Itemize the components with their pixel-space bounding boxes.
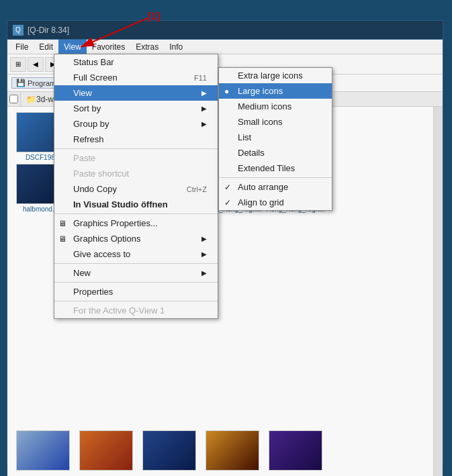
submenu-auto-arrange[interactable]: ✓ Auto arrange bbox=[219, 179, 332, 195]
graphics-options-icon: 🖥 bbox=[58, 234, 66, 244]
thumb-bottom-2[interactable] bbox=[76, 430, 136, 471]
auto-arrange-check: ✓ bbox=[224, 183, 231, 192]
thumb-img-bottom-1 bbox=[16, 430, 70, 471]
large-check: ● bbox=[224, 87, 229, 96]
select-all-checkbox[interactable] bbox=[9, 95, 18, 103]
menu-bar: File Edit View Favorites Extras Info bbox=[7, 40, 443, 54]
menu-paste: Paste bbox=[54, 150, 218, 166]
menu-view-submenu[interactable]: View ▶ bbox=[54, 85, 218, 101]
menu-graphics-options[interactable]: 🖥 Graphics Options ▶ bbox=[54, 231, 218, 246]
checkbox-col bbox=[7, 92, 21, 106]
give-access-arrow: ▶ bbox=[201, 250, 207, 258]
menu-group-by[interactable]: Group by ▶ bbox=[54, 116, 218, 132]
menu-active-qview: For the Active Q-View 1 bbox=[54, 303, 218, 318]
submenu-extra-large[interactable]: Extra large icons bbox=[219, 68, 332, 83]
submenu-large[interactable]: ● Large icons bbox=[219, 83, 332, 99]
toolbar-grid-btn[interactable]: ⊞ bbox=[10, 57, 26, 72]
sep-5 bbox=[54, 301, 218, 301]
view-submenu: Extra large icons ● Large icons Medium i… bbox=[218, 67, 332, 211]
view-menu-dropdown: Status Bar Full Screen F11 View ▶ Sort b… bbox=[54, 54, 218, 319]
annotation-1: [1] bbox=[148, 10, 160, 21]
sep-4 bbox=[54, 282, 218, 283]
menu-info[interactable]: Info bbox=[164, 40, 188, 54]
thumb-bottom-3[interactable] bbox=[139, 430, 199, 471]
menu-graphics-properties[interactable]: 🖥 Graphics Properties... bbox=[54, 216, 218, 231]
menu-status-bar[interactable]: Status Bar bbox=[54, 54, 218, 70]
thumb-row-bottom bbox=[7, 428, 331, 471]
group-arrow: ▶ bbox=[201, 120, 207, 128]
sep-1 bbox=[54, 148, 218, 149]
thumb-bottom-1[interactable] bbox=[13, 430, 73, 471]
menu-properties[interactable]: Properties bbox=[54, 284, 218, 299]
window-title: [Q-Dir 8.34] bbox=[28, 26, 69, 35]
app-icon: Q bbox=[13, 25, 24, 36]
thumb-img-bottom-4 bbox=[206, 430, 259, 471]
thumb-img-bottom-3 bbox=[142, 430, 196, 471]
menu-full-screen[interactable]: Full Screen F11 bbox=[54, 70, 218, 85]
thumb-img-bottom-5 bbox=[269, 430, 322, 471]
menu-undo-copy[interactable]: Undo Copy Ctrl+Z bbox=[54, 181, 218, 197]
menu-give-access[interactable]: Give access to ▶ bbox=[54, 246, 218, 262]
menu-extras[interactable]: Extras bbox=[130, 40, 164, 54]
sort-arrow: ▶ bbox=[201, 105, 207, 112]
menu-view[interactable]: View bbox=[58, 40, 87, 54]
submenu-details[interactable]: Details bbox=[219, 145, 332, 160]
menu-new[interactable]: New ▶ bbox=[54, 265, 218, 281]
thumb-img-bottom-2 bbox=[79, 430, 133, 471]
menu-refresh[interactable]: Refresh bbox=[54, 132, 218, 147]
undo-shortcut: Ctrl+Z bbox=[187, 185, 207, 193]
sep-3 bbox=[54, 263, 218, 264]
full-screen-shortcut: F11 bbox=[194, 74, 207, 82]
title-bar: Q [Q-Dir 8.34] bbox=[7, 21, 443, 40]
graphics-arrow: ▶ bbox=[201, 235, 207, 242]
menu-file[interactable]: File bbox=[10, 40, 34, 54]
new-arrow: ▶ bbox=[201, 269, 207, 277]
menu-edit[interactable]: Edit bbox=[34, 40, 58, 54]
sep-2 bbox=[54, 213, 218, 214]
submenu-medium[interactable]: Medium icons bbox=[219, 99, 332, 114]
menu-favorites[interactable]: Favorites bbox=[87, 40, 130, 54]
toolbar-back-btn[interactable]: ◀ bbox=[28, 57, 44, 72]
thumb-bottom-4[interactable] bbox=[202, 430, 263, 471]
submenu-sep bbox=[219, 177, 332, 178]
submenu-list[interactable]: List bbox=[219, 130, 332, 145]
menu-sort-by[interactable]: Sort by ▶ bbox=[54, 101, 218, 116]
view-arrow: ▶ bbox=[201, 89, 207, 97]
thumb-bottom-5[interactable] bbox=[265, 430, 326, 471]
scrollbar[interactable] bbox=[433, 107, 443, 476]
menu-paste-shortcut: Paste shortcut bbox=[54, 166, 218, 181]
graphics-icon: 🖥 bbox=[58, 219, 66, 228]
menu-visual-studio[interactable]: In Visual Studio öffnen bbox=[54, 197, 218, 212]
submenu-extended-tiles[interactable]: Extended Tiles bbox=[219, 160, 332, 176]
submenu-align-grid[interactable]: ✓ Align to grid bbox=[219, 195, 332, 210]
submenu-small[interactable]: Small icons bbox=[219, 114, 332, 130]
drive-icon: 💾 bbox=[16, 79, 26, 87]
align-grid-check: ✓ bbox=[224, 198, 231, 207]
